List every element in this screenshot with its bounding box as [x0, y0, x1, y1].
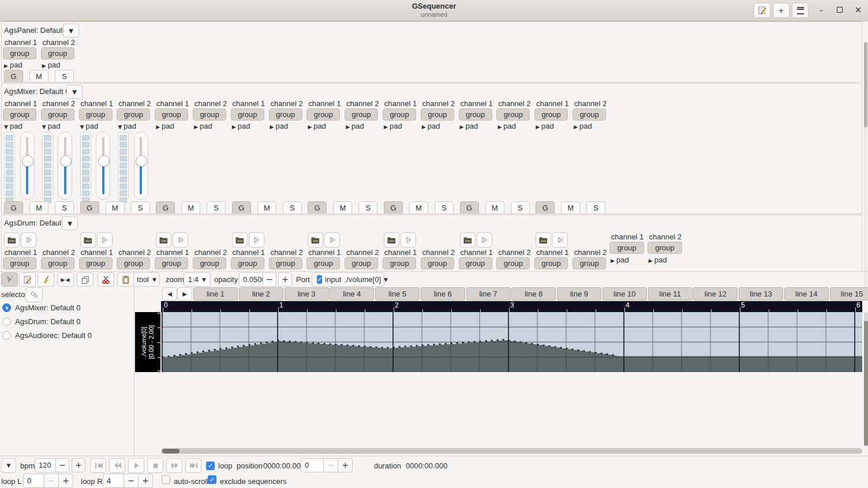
group-button[interactable]: group	[459, 108, 492, 121]
opacity-entry[interactable]: 0.0500	[239, 272, 263, 287]
group-button[interactable]: group	[155, 108, 188, 121]
acceleration-marker[interactable]	[185, 353, 187, 354]
acceleration-marker[interactable]	[555, 346, 556, 347]
menu-button[interactable]	[792, 3, 809, 18]
acceleration-marker[interactable]	[508, 340, 510, 341]
acceleration-marker[interactable]	[220, 348, 222, 350]
open-file-button[interactable]	[308, 232, 323, 247]
play-button[interactable]	[401, 232, 416, 247]
group-toggle-button[interactable]: G	[156, 201, 175, 214]
mute-toggle-button[interactable]: M	[106, 201, 125, 214]
play-button[interactable]	[552, 232, 568, 247]
acceleration-marker[interactable]	[387, 347, 389, 348]
acceleration-marker[interactable]	[468, 341, 470, 343]
acceleration-marker[interactable]	[457, 342, 458, 343]
play-button[interactable]	[128, 458, 144, 473]
acceleration-marker[interactable]	[474, 341, 476, 342]
position-tool-button[interactable]	[1, 272, 18, 287]
acceleration-marker[interactable]	[537, 344, 539, 345]
acceleration-marker[interactable]	[560, 347, 562, 348]
bpm-decrement-button[interactable]: −	[55, 458, 69, 472]
line-tab[interactable]: line 2	[239, 287, 283, 301]
position-entry[interactable]: 0	[301, 458, 324, 472]
acceleration-marker[interactable]	[301, 341, 302, 343]
pad-expander[interactable]: ▶pad	[574, 122, 592, 130]
group-button[interactable]: group	[79, 108, 113, 121]
acceleration-marker[interactable]	[480, 341, 481, 342]
acceleration-marker[interactable]	[289, 341, 291, 342]
solo-toggle-button[interactable]: S	[358, 201, 377, 214]
group-button[interactable]: group	[193, 257, 226, 269]
pad-expander[interactable]: ▶pad	[346, 122, 364, 130]
pad-expander[interactable]: ▶pad	[156, 122, 174, 130]
fast-forward-button[interactable]	[166, 458, 182, 473]
acceleration-marker[interactable]	[335, 344, 337, 345]
group-toggle-button[interactable]: G	[536, 201, 555, 214]
acceleration-marker[interactable]	[399, 346, 401, 347]
group-button[interactable]: group	[231, 108, 264, 121]
open-file-button[interactable]	[4, 232, 20, 247]
acceleration-marker[interactable]	[612, 354, 614, 355]
acceleration-marker[interactable]	[428, 344, 429, 346]
pad-expander[interactable]: ▶pad	[497, 122, 516, 130]
acceleration-marker[interactable]	[278, 340, 279, 341]
group-button[interactable]: group	[421, 257, 454, 269]
play-button[interactable]	[97, 232, 113, 247]
copy-button[interactable]	[77, 272, 93, 287]
acceleration-marker[interactable]	[549, 346, 551, 347]
volume-slider[interactable]	[134, 132, 148, 200]
machine-radio-row[interactable]: AgsAudiorec: Default 0	[2, 331, 92, 340]
panel-menu-button[interactable]: ▼	[63, 24, 79, 37]
open-file-button[interactable]	[384, 232, 399, 247]
volume-slider[interactable]	[58, 132, 72, 200]
pad-expander[interactable]: ▶pad	[232, 122, 250, 130]
group-button[interactable]: group	[421, 108, 454, 121]
open-file-button[interactable]	[536, 232, 551, 247]
acceleration-marker[interactable]	[381, 347, 383, 348]
line-tab[interactable]: line 11	[648, 287, 693, 301]
opacity-increment-button[interactable]: +	[278, 272, 292, 287]
group-toggle-button[interactable]: G	[4, 70, 23, 82]
solo-toggle-button[interactable]: S	[435, 201, 454, 214]
mute-toggle-button[interactable]: M	[561, 201, 580, 214]
acceleration-marker[interactable]	[583, 350, 585, 351]
line-tab[interactable]: line 5	[375, 287, 420, 301]
loop-r-increment-button[interactable]: +	[138, 474, 153, 488]
acceleration-marker[interactable]	[237, 346, 239, 347]
acceleration-marker[interactable]	[214, 349, 216, 350]
acceleration-marker[interactable]	[272, 341, 274, 342]
radio-unselected-icon[interactable]	[2, 331, 11, 340]
group-toggle-button[interactable]: G	[80, 201, 99, 214]
zoom-dropdown[interactable]: 1:4 ▼	[184, 272, 211, 287]
acceleration-marker[interactable]	[520, 341, 522, 343]
radio-unselected-icon[interactable]	[2, 317, 11, 326]
group-button[interactable]: group	[306, 257, 340, 269]
open-file-button[interactable]	[232, 232, 248, 247]
group-button[interactable]: group	[345, 257, 378, 269]
minimize-button[interactable]: –	[816, 5, 826, 15]
solo-toggle-button[interactable]: S	[131, 201, 150, 214]
acceleration-marker[interactable]	[376, 347, 377, 348]
line-tab[interactable]: line 14	[784, 287, 829, 301]
pad-expander[interactable]: ▶pad	[270, 122, 289, 130]
timeline-ruler[interactable]: 0123456	[161, 301, 862, 312]
acceleration-marker[interactable]	[312, 342, 314, 343]
acceleration-marker[interactable]	[526, 342, 527, 343]
transport-expander-button[interactable]: ▼	[1, 458, 16, 473]
line-tab[interactable]: line 10	[603, 287, 647, 301]
acceleration-marker[interactable]	[243, 345, 245, 346]
group-button[interactable]: group	[231, 257, 264, 269]
slider-handle[interactable]	[136, 155, 147, 167]
line-tab[interactable]: line 1	[193, 287, 238, 301]
play-button[interactable]	[324, 232, 340, 247]
mute-toggle-button[interactable]: M	[29, 70, 48, 82]
machine-radio-row[interactable]: AgsDrum: Default 0	[2, 317, 80, 326]
pad-expander[interactable]: ▼pad	[80, 122, 99, 130]
acceleration-marker[interactable]	[197, 351, 199, 352]
volume-slider[interactable]	[20, 132, 35, 200]
group-button[interactable]: group	[269, 108, 302, 121]
group-toggle-button[interactable]: G	[460, 201, 479, 214]
pad-expander[interactable]: ▶pad	[42, 61, 61, 69]
tool-dropdown[interactable]: tool ▼	[133, 272, 160, 287]
acceleration-marker[interactable]	[462, 342, 464, 343]
